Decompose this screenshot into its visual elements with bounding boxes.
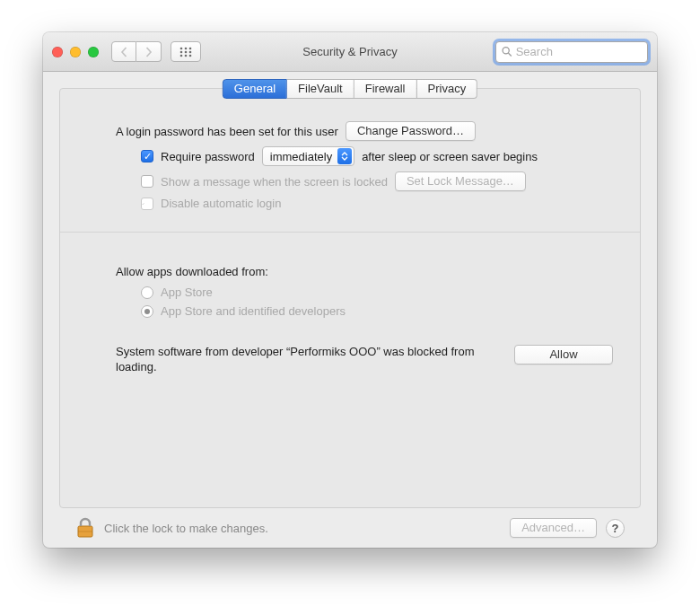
svg-point-1 — [185, 47, 188, 49]
show-message-label: Show a message when the screen is locked — [161, 175, 388, 189]
forward-button[interactable] — [136, 41, 162, 62]
set-lock-message-button: Set Lock Message… — [395, 171, 526, 191]
lock-button[interactable] — [75, 517, 95, 539]
disable-auto-login-checkbox — [141, 198, 153, 210]
search-field[interactable] — [495, 41, 648, 63]
svg-point-3 — [180, 50, 183, 53]
require-password-checkbox[interactable] — [141, 150, 153, 163]
search-icon — [502, 46, 512, 57]
svg-point-2 — [189, 47, 192, 49]
tab-filevault[interactable]: FileVault — [287, 79, 354, 99]
disable-auto-login-label: Disable automatic login — [161, 197, 281, 210]
login-password-row: A login password has been set for this u… — [116, 121, 613, 141]
blocked-software-row: System software from developer “Performi… — [116, 345, 613, 375]
appstore-radio — [141, 286, 153, 299]
svg-rect-12 — [78, 532, 92, 532]
require-password-delay-popup[interactable]: immediately — [262, 146, 354, 166]
show-message-checkbox — [141, 175, 153, 188]
help-button[interactable]: ? — [606, 519, 625, 538]
content-area: General FileVault Firewall Privacy A log… — [43, 72, 657, 548]
appstore-option-label: App Store — [161, 286, 213, 299]
tab-general[interactable]: General — [223, 79, 287, 99]
lock-icon — [75, 517, 95, 539]
identified-option-row: App Store and identified developers — [141, 304, 613, 318]
svg-point-5 — [189, 50, 192, 53]
show-all-button[interactable] — [171, 41, 201, 62]
show-message-row: Show a message when the screen is locked… — [141, 171, 613, 191]
identified-option-label: App Store and identified developers — [161, 304, 346, 318]
require-password-tail: after sleep or screen saver begins — [362, 150, 538, 163]
svg-point-6 — [180, 54, 183, 57]
svg-point-0 — [180, 47, 183, 49]
require-password-row: Require password immediately after sleep… — [141, 146, 613, 166]
svg-line-10 — [508, 53, 511, 56]
close-window-button[interactable] — [52, 47, 63, 57]
chevron-right-icon — [144, 47, 153, 57]
svg-point-7 — [185, 54, 188, 57]
main-panel: General FileVault Firewall Privacy A log… — [59, 88, 641, 508]
back-button[interactable] — [111, 41, 136, 62]
allow-button[interactable]: Allow — [514, 345, 613, 365]
footer-bar: Click the lock to make changes. Advanced… — [59, 508, 641, 548]
titlebar: Security & Privacy — [43, 32, 657, 72]
advanced-button[interactable]: Advanced… — [510, 518, 597, 538]
appstore-option-row: App Store — [141, 286, 613, 299]
change-password-button[interactable]: Change Password… — [346, 121, 476, 141]
zoom-window-button[interactable] — [88, 47, 99, 57]
svg-point-8 — [189, 54, 192, 57]
require-password-delay-value: immediately — [270, 150, 332, 163]
lock-hint-text: Click the lock to make changes. — [104, 522, 268, 535]
chevron-left-icon — [120, 47, 128, 57]
section-divider — [60, 232, 640, 233]
login-password-text: A login password has been set for this u… — [116, 125, 338, 138]
disable-auto-login-row: Disable automatic login — [141, 197, 613, 210]
tab-firewall[interactable]: Firewall — [354, 79, 417, 99]
nav-buttons — [111, 41, 162, 62]
window-controls — [52, 47, 99, 57]
blocked-software-text: System software from developer “Performi… — [116, 345, 475, 375]
tab-bar: General FileVault Firewall Privacy — [223, 79, 477, 99]
tab-privacy[interactable]: Privacy — [417, 79, 478, 99]
svg-point-9 — [503, 48, 509, 54]
allow-apps-heading: Allow apps downloaded from: — [116, 265, 613, 278]
grid-icon — [179, 47, 192, 57]
require-password-label: Require password — [161, 150, 255, 163]
search-input[interactable] — [516, 45, 642, 58]
identified-developers-radio — [141, 305, 153, 318]
preferences-window: Security & Privacy General FileVault Fir… — [43, 32, 657, 548]
minimize-window-button[interactable] — [70, 47, 81, 57]
popup-arrows-icon — [337, 148, 352, 164]
svg-point-4 — [185, 50, 188, 53]
